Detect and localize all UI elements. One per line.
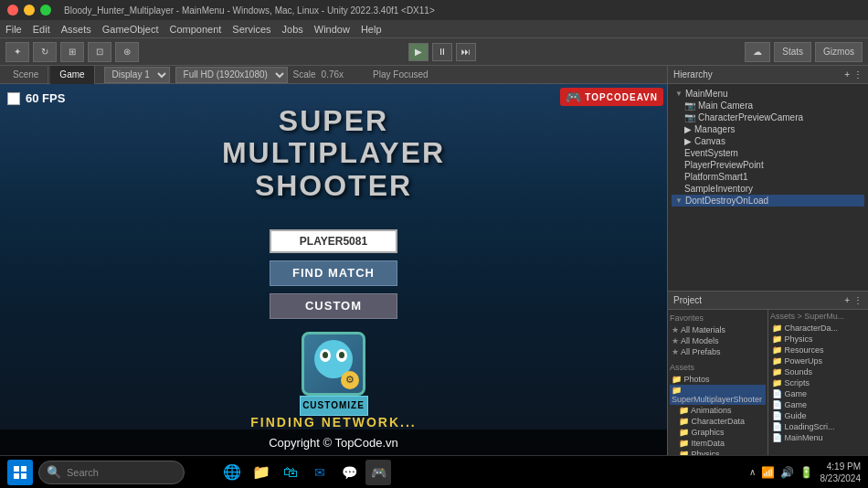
- network-icon: 📶: [761, 466, 775, 479]
- menu-gameobject[interactable]: GameObject: [102, 24, 159, 35]
- svg-rect-1: [21, 466, 26, 472]
- step-button[interactable]: ⏭: [456, 43, 476, 61]
- expand-icon: ▶: [684, 124, 692, 134]
- file-scripts[interactable]: 📁 Scripts: [770, 377, 866, 388]
- file-game1[interactable]: 📄 Game: [770, 388, 866, 399]
- toolbar-transform-rotate[interactable]: ↻: [33, 42, 57, 62]
- store-icon[interactable]: 🛍: [278, 460, 303, 485]
- hierarchy-add-icon[interactable]: +: [844, 69, 850, 80]
- project-panel: Project + ⋮ Favorites ★ All Materials ★ …: [668, 291, 868, 455]
- main-menu-buttons: PLAYER5081 FIND MATCH CUSTOM: [260, 229, 407, 319]
- hierarchy-item-label: SampleInventory: [684, 184, 753, 194]
- file-loadingscript[interactable]: 📄 LoadingScri...: [770, 421, 866, 432]
- hierarchy-item-maincamera[interactable]: 📷 Main Camera: [672, 100, 864, 111]
- folder-supermultiplayer[interactable]: 📁 SuperMultiplayerShooter: [670, 385, 766, 405]
- copyright-bar: Copyright © TopCode.vn: [0, 430, 667, 455]
- resolution-select[interactable]: Full HD (1920x1080): [175, 67, 288, 83]
- maximize-button[interactable]: [40, 5, 51, 16]
- explorer-icon[interactable]: 📁: [249, 460, 274, 485]
- menu-edit[interactable]: Edit: [33, 24, 50, 35]
- unity-taskbar-icon[interactable]: 🎮: [365, 460, 391, 485]
- hierarchy-item-label: PlatformSmart1: [684, 172, 747, 182]
- menu-assets[interactable]: Assets: [61, 24, 91, 35]
- toolbar-transform-move[interactable]: ✦: [5, 42, 29, 62]
- edge-icon[interactable]: 🌐: [219, 460, 245, 485]
- hierarchy-item-label: PlayerPreviewPoint: [684, 160, 764, 170]
- pause-button[interactable]: ⏸: [432, 43, 452, 61]
- custom-button[interactable]: CUSTOM: [270, 293, 397, 319]
- close-button[interactable]: [7, 5, 18, 16]
- toolbar-transform-all[interactable]: ⊛: [115, 42, 139, 62]
- file-powerups[interactable]: 📁 PowerUps: [770, 355, 866, 366]
- display-select[interactable]: Display 1: [104, 67, 170, 83]
- fps-display: 60 FPS: [26, 91, 65, 105]
- folder-characterdata[interactable]: 📁 CharacterData: [670, 416, 766, 427]
- title-line1: SUPER: [222, 105, 445, 137]
- menu-component[interactable]: Component: [169, 24, 221, 35]
- svg-rect-2: [14, 473, 19, 479]
- file-sounds[interactable]: 📁 Sounds: [770, 366, 866, 377]
- hierarchy-item-label: EventSystem: [684, 148, 738, 158]
- project-add-icon[interactable]: +: [844, 295, 850, 305]
- hierarchy-item-canvas[interactable]: ▶ Canvas: [672, 135, 864, 147]
- game-viewport: 🎮 TOPCODEAVN 60 FPS SUPER MULTIPLAYER SH…: [0, 84, 667, 455]
- start-button[interactable]: [7, 460, 33, 485]
- find-match-button[interactable]: FIND MATCH: [270, 260, 397, 286]
- unity-editor: Bloody_Hunter_Multiplayer - MainMenu - W…: [0, 0, 868, 488]
- fps-counter: 60 FPS: [7, 91, 65, 105]
- character-preview: ⚙: [302, 332, 365, 396]
- player-name-display: PLAYER5081: [270, 229, 397, 253]
- toolbar-transform-rect[interactable]: ⊡: [88, 42, 111, 62]
- hierarchy-item-eventsystem[interactable]: EventSystem: [672, 147, 864, 159]
- collab-button[interactable]: ☁: [745, 42, 770, 62]
- hierarchy-title: Hierarchy: [673, 69, 713, 80]
- favorites-all-prefabs[interactable]: ★ All Prefabs: [670, 346, 766, 357]
- title-bar: Bloody_Hunter_Multiplayer - MainMenu - W…: [0, 0, 868, 20]
- menu-services[interactable]: Services: [232, 24, 270, 35]
- folder-physics[interactable]: 📁 Physics: [670, 449, 766, 455]
- file-physics[interactable]: 📁 Physics: [770, 334, 866, 345]
- file-guide[interactable]: 📄 Guide: [770, 410, 866, 421]
- chevron-up-icon[interactable]: ∧: [749, 467, 756, 477]
- folder-animations[interactable]: 📁 Animations: [670, 405, 766, 416]
- menu-window[interactable]: Window: [314, 24, 350, 35]
- file-characterda[interactable]: 📁 CharacterDa...: [770, 323, 866, 334]
- tab-scene[interactable]: Scene: [4, 66, 48, 84]
- favorites-all-models[interactable]: ★ All Models: [670, 335, 766, 346]
- file-mainmenu[interactable]: 📄 MainMenu: [770, 432, 866, 443]
- folder-photos[interactable]: 📁 Photos: [670, 374, 766, 385]
- hierarchy-item-managers[interactable]: ▶ Managers: [672, 123, 864, 135]
- scale-value: 0.76x: [322, 69, 344, 80]
- menu-jobs[interactable]: Jobs: [282, 24, 303, 35]
- tab-game[interactable]: Game: [50, 66, 94, 84]
- hierarchy-item-sampleinventory[interactable]: SampleInventory: [672, 183, 864, 195]
- hierarchy-item-platformsmart[interactable]: PlatformSmart1: [672, 171, 864, 183]
- taskbar-search-bar: 🔍 Search: [38, 461, 185, 484]
- hierarchy-more-icon[interactable]: ⋮: [853, 69, 863, 80]
- customize-button[interactable]: CUSTOMIZE: [300, 396, 368, 416]
- hierarchy-item-previewpoint[interactable]: PlayerPreviewPoint: [672, 159, 864, 171]
- mail-icon[interactable]: ✉: [307, 460, 333, 485]
- layers-button[interactable]: Stats: [774, 42, 811, 62]
- file-resources[interactable]: 📁 Resources: [770, 345, 866, 355]
- favorites-all-materials[interactable]: ★ All Materials: [670, 324, 766, 335]
- menu-help[interactable]: Help: [361, 24, 382, 35]
- file-game2[interactable]: 📄 Game: [770, 399, 866, 410]
- taskview-icon[interactable]: ⊞: [190, 460, 216, 485]
- project-more-icon[interactable]: ⋮: [853, 295, 863, 305]
- hierarchy-item-dontdestroy[interactable]: ▼ DontDestroyOnLoad: [672, 195, 864, 207]
- play-button[interactable]: ▶: [408, 43, 429, 61]
- system-clock[interactable]: 4:19 PM 8/23/2024: [820, 461, 862, 484]
- menu-file[interactable]: File: [5, 24, 22, 35]
- minimize-button[interactable]: [24, 5, 35, 16]
- toolbar-transform-scale[interactable]: ⊞: [60, 42, 84, 62]
- expand-icon: ▶: [684, 136, 692, 146]
- folder-graphics[interactable]: 📁 Graphics: [670, 427, 766, 438]
- folder-itemdata[interactable]: 📁 ItemData: [670, 438, 766, 449]
- hierarchy-item-mainmenu[interactable]: ▼ MainMenu: [672, 88, 864, 100]
- gizmos-button[interactable]: Gizmos: [815, 42, 863, 62]
- hierarchy-item-previewcamera[interactable]: 📷 CharacterPreviewCamera: [672, 111, 864, 123]
- teams-icon[interactable]: 💬: [336, 460, 362, 485]
- hierarchy-item-label: Main Camera: [698, 101, 753, 111]
- fps-checkbox[interactable]: [7, 92, 20, 105]
